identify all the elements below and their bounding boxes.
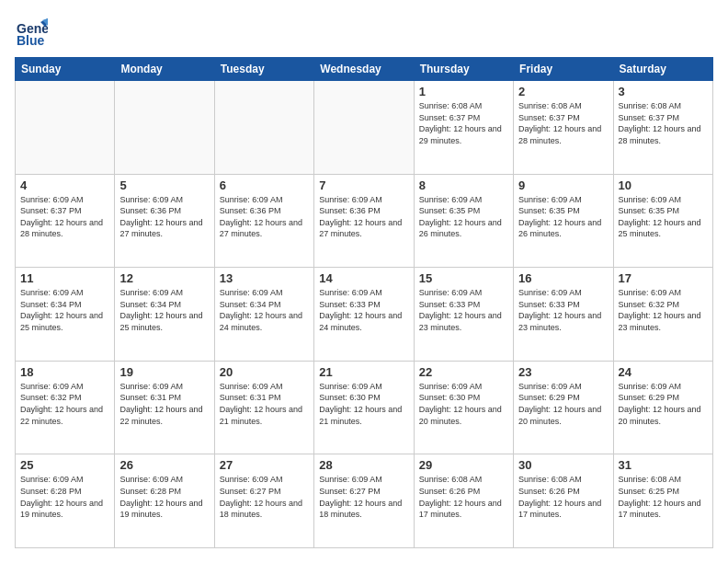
day-number: 19 xyxy=(119,365,209,379)
day-number: 10 xyxy=(619,178,708,192)
calendar-cell: 12Sunrise: 6:09 AM Sunset: 6:34 PM Dayli… xyxy=(115,268,214,362)
day-number: 29 xyxy=(419,458,508,472)
calendar-week-5: 25Sunrise: 6:09 AM Sunset: 6:28 PM Dayli… xyxy=(16,454,713,548)
day-detail: Sunrise: 6:09 AM Sunset: 6:36 PM Dayligh… xyxy=(119,194,209,240)
calendar-cell: 9Sunrise: 6:09 AM Sunset: 6:35 PM Daylig… xyxy=(514,174,613,268)
calendar-cell: 19Sunrise: 6:09 AM Sunset: 6:31 PM Dayli… xyxy=(115,361,214,454)
day-number: 11 xyxy=(20,271,109,285)
day-number: 4 xyxy=(20,178,109,192)
day-number: 2 xyxy=(518,85,608,98)
day-number: 31 xyxy=(619,458,708,472)
day-detail: Sunrise: 6:09 AM Sunset: 6:36 PM Dayligh… xyxy=(220,194,309,240)
day-detail: Sunrise: 6:09 AM Sunset: 6:34 PM Dayligh… xyxy=(119,287,209,333)
calendar-cell: 18Sunrise: 6:09 AM Sunset: 6:32 PM Dayli… xyxy=(16,361,115,454)
calendar-cell: 1Sunrise: 6:08 AM Sunset: 6:37 PM Daylig… xyxy=(414,81,513,175)
calendar-cell: 21Sunrise: 6:09 AM Sunset: 6:30 PM Dayli… xyxy=(314,361,414,454)
day-detail: Sunrise: 6:09 AM Sunset: 6:28 PM Dayligh… xyxy=(20,474,109,520)
weekday-header-friday: Friday xyxy=(514,58,613,81)
calendar-cell: 2Sunrise: 6:08 AM Sunset: 6:37 PM Daylig… xyxy=(514,81,613,175)
calendar-cell: 26Sunrise: 6:09 AM Sunset: 6:28 PM Dayli… xyxy=(115,454,214,548)
calendar-week-4: 18Sunrise: 6:09 AM Sunset: 6:32 PM Dayli… xyxy=(16,361,713,454)
calendar-cell: 17Sunrise: 6:09 AM Sunset: 6:32 PM Dayli… xyxy=(613,268,712,362)
day-detail: Sunrise: 6:09 AM Sunset: 6:35 PM Dayligh… xyxy=(619,194,708,240)
day-number: 26 xyxy=(119,458,209,472)
calendar-cell: 15Sunrise: 6:09 AM Sunset: 6:33 PM Dayli… xyxy=(414,268,513,362)
weekday-header-wednesday: Wednesday xyxy=(314,58,414,81)
page: General Blue SundayMondayTuesdayWednesda… xyxy=(0,0,728,563)
day-detail: Sunrise: 6:09 AM Sunset: 6:35 PM Dayligh… xyxy=(518,194,608,240)
day-detail: Sunrise: 6:08 AM Sunset: 6:26 PM Dayligh… xyxy=(518,474,608,520)
day-number: 7 xyxy=(319,178,408,192)
logo-icon: General Blue xyxy=(15,15,48,48)
weekday-header-row: SundayMondayTuesdayWednesdayThursdayFrid… xyxy=(16,58,713,81)
calendar-cell: 31Sunrise: 6:08 AM Sunset: 6:25 PM Dayli… xyxy=(613,454,712,548)
day-detail: Sunrise: 6:08 AM Sunset: 6:37 PM Dayligh… xyxy=(419,100,508,146)
day-detail: Sunrise: 6:08 AM Sunset: 6:26 PM Dayligh… xyxy=(419,474,508,520)
day-detail: Sunrise: 6:09 AM Sunset: 6:31 PM Dayligh… xyxy=(119,381,209,427)
day-number: 3 xyxy=(619,85,708,98)
day-detail: Sunrise: 6:09 AM Sunset: 6:34 PM Dayligh… xyxy=(220,287,309,333)
day-detail: Sunrise: 6:09 AM Sunset: 6:30 PM Dayligh… xyxy=(419,381,508,427)
calendar-cell xyxy=(214,81,313,175)
weekday-header-sunday: Sunday xyxy=(16,58,115,81)
calendar-cell: 11Sunrise: 6:09 AM Sunset: 6:34 PM Dayli… xyxy=(16,268,115,362)
day-number: 5 xyxy=(119,178,209,192)
day-detail: Sunrise: 6:08 AM Sunset: 6:25 PM Dayligh… xyxy=(619,474,708,520)
day-detail: Sunrise: 6:09 AM Sunset: 6:29 PM Dayligh… xyxy=(518,381,608,427)
day-detail: Sunrise: 6:08 AM Sunset: 6:37 PM Dayligh… xyxy=(619,100,708,146)
day-detail: Sunrise: 6:09 AM Sunset: 6:34 PM Dayligh… xyxy=(20,287,109,333)
calendar-cell: 8Sunrise: 6:09 AM Sunset: 6:35 PM Daylig… xyxy=(414,174,513,268)
day-number: 1 xyxy=(419,85,508,98)
day-detail: Sunrise: 6:09 AM Sunset: 6:33 PM Dayligh… xyxy=(518,287,608,333)
day-detail: Sunrise: 6:08 AM Sunset: 6:37 PM Dayligh… xyxy=(518,100,608,146)
calendar-cell: 20Sunrise: 6:09 AM Sunset: 6:31 PM Dayli… xyxy=(214,361,313,454)
day-detail: Sunrise: 6:09 AM Sunset: 6:36 PM Dayligh… xyxy=(319,194,408,240)
day-number: 23 xyxy=(518,365,608,379)
calendar-cell: 7Sunrise: 6:09 AM Sunset: 6:36 PM Daylig… xyxy=(314,174,414,268)
day-number: 27 xyxy=(220,458,309,472)
calendar-cell xyxy=(115,81,214,175)
day-number: 18 xyxy=(20,365,109,379)
calendar-header: SundayMondayTuesdayWednesdayThursdayFrid… xyxy=(16,58,713,81)
calendar-cell: 22Sunrise: 6:09 AM Sunset: 6:30 PM Dayli… xyxy=(414,361,513,454)
calendar-cell: 13Sunrise: 6:09 AM Sunset: 6:34 PM Dayli… xyxy=(214,268,313,362)
day-number: 14 xyxy=(319,271,408,285)
calendar-cell: 5Sunrise: 6:09 AM Sunset: 6:36 PM Daylig… xyxy=(115,174,214,268)
day-detail: Sunrise: 6:09 AM Sunset: 6:31 PM Dayligh… xyxy=(220,381,309,427)
day-detail: Sunrise: 6:09 AM Sunset: 6:32 PM Dayligh… xyxy=(20,381,109,427)
calendar-table: SundayMondayTuesdayWednesdayThursdayFrid… xyxy=(15,57,713,548)
header: General Blue xyxy=(15,15,713,48)
calendar-cell: 24Sunrise: 6:09 AM Sunset: 6:29 PM Dayli… xyxy=(613,361,712,454)
day-number: 30 xyxy=(518,458,608,472)
weekday-header-saturday: Saturday xyxy=(613,58,712,81)
day-number: 28 xyxy=(319,458,408,472)
calendar-cell: 10Sunrise: 6:09 AM Sunset: 6:35 PM Dayli… xyxy=(613,174,712,268)
day-number: 16 xyxy=(518,271,608,285)
day-number: 12 xyxy=(119,271,209,285)
day-detail: Sunrise: 6:09 AM Sunset: 6:28 PM Dayligh… xyxy=(119,474,209,520)
day-number: 9 xyxy=(518,178,608,192)
day-detail: Sunrise: 6:09 AM Sunset: 6:32 PM Dayligh… xyxy=(619,287,708,333)
calendar-body: 1Sunrise: 6:08 AM Sunset: 6:37 PM Daylig… xyxy=(16,81,713,548)
calendar-cell xyxy=(314,81,414,175)
day-number: 25 xyxy=(20,458,109,472)
calendar-cell: 6Sunrise: 6:09 AM Sunset: 6:36 PM Daylig… xyxy=(214,174,313,268)
logo: General Blue xyxy=(15,15,51,48)
day-number: 6 xyxy=(220,178,309,192)
weekday-header-tuesday: Tuesday xyxy=(214,58,313,81)
svg-text:Blue: Blue xyxy=(17,33,45,48)
weekday-header-monday: Monday xyxy=(115,58,214,81)
day-number: 13 xyxy=(220,271,309,285)
day-number: 24 xyxy=(619,365,708,379)
calendar-cell: 14Sunrise: 6:09 AM Sunset: 6:33 PM Dayli… xyxy=(314,268,414,362)
calendar-cell: 4Sunrise: 6:09 AM Sunset: 6:37 PM Daylig… xyxy=(16,174,115,268)
day-number: 15 xyxy=(419,271,508,285)
day-detail: Sunrise: 6:09 AM Sunset: 6:37 PM Dayligh… xyxy=(20,194,109,240)
calendar-cell: 16Sunrise: 6:09 AM Sunset: 6:33 PM Dayli… xyxy=(514,268,613,362)
calendar-week-2: 4Sunrise: 6:09 AM Sunset: 6:37 PM Daylig… xyxy=(16,174,713,268)
day-detail: Sunrise: 6:09 AM Sunset: 6:27 PM Dayligh… xyxy=(220,474,309,520)
calendar-cell: 29Sunrise: 6:08 AM Sunset: 6:26 PM Dayli… xyxy=(414,454,513,548)
day-detail: Sunrise: 6:09 AM Sunset: 6:29 PM Dayligh… xyxy=(619,381,708,427)
calendar-cell: 28Sunrise: 6:09 AM Sunset: 6:27 PM Dayli… xyxy=(314,454,414,548)
day-detail: Sunrise: 6:09 AM Sunset: 6:33 PM Dayligh… xyxy=(419,287,508,333)
